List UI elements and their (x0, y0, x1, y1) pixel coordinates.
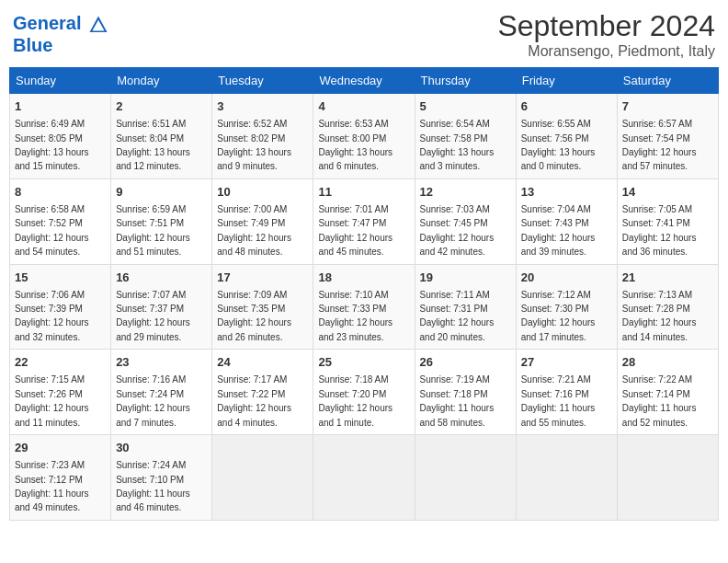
col-friday: Friday (516, 68, 617, 94)
day-number: 5 (420, 98, 511, 115)
day-number: 29 (15, 440, 106, 456)
day-number: 7 (622, 98, 713, 115)
day-detail: Sunrise: 7:00 AMSunset: 7:49 PMDaylight:… (217, 204, 291, 257)
day-detail: Sunrise: 7:12 AMSunset: 7:30 PMDaylight:… (521, 290, 596, 342)
day-detail: Sunrise: 7:10 AMSunset: 7:33 PMDaylight:… (318, 290, 392, 342)
col-tuesday: Tuesday (212, 68, 313, 94)
day-number: 22 (15, 354, 106, 371)
day-number: 9 (116, 184, 207, 201)
day-detail: Sunrise: 7:07 AMSunset: 7:37 PMDaylight:… (116, 290, 190, 342)
table-row: 23Sunrise: 7:16 AMSunset: 7:24 PMDayligh… (111, 350, 212, 435)
day-detail: Sunrise: 7:23 AMSunset: 7:12 PMDaylight:… (15, 460, 89, 512)
table-row: 13Sunrise: 7:04 AMSunset: 7:43 PMDayligh… (516, 178, 617, 264)
col-monday: Monday (111, 68, 212, 94)
col-saturday: Saturday (617, 68, 718, 94)
day-detail: Sunrise: 7:03 AMSunset: 7:45 PMDaylight:… (420, 204, 495, 257)
day-number: 17 (217, 270, 308, 286)
calendar-header-row: Sunday Monday Tuesday Wednesday Thursday… (10, 68, 719, 94)
day-detail: Sunrise: 6:49 AMSunset: 8:05 PMDaylight:… (15, 119, 89, 171)
day-detail: Sunrise: 6:54 AMSunset: 7:58 PMDaylight:… (420, 119, 495, 171)
day-number: 16 (116, 270, 207, 286)
table-row: 10Sunrise: 7:00 AMSunset: 7:49 PMDayligh… (212, 178, 313, 264)
day-number: 6 (521, 98, 612, 115)
day-number: 3 (217, 98, 308, 115)
table-row (313, 435, 415, 521)
day-detail: Sunrise: 7:09 AMSunset: 7:35 PMDaylight:… (217, 290, 291, 342)
day-detail: Sunrise: 7:15 AMSunset: 7:26 PMDaylight:… (15, 374, 89, 427)
col-sunday: Sunday (10, 68, 111, 94)
col-wednesday: Wednesday (313, 68, 415, 94)
day-number: 2 (116, 98, 207, 115)
table-row: 5Sunrise: 6:54 AMSunset: 7:58 PMDaylight… (415, 94, 516, 179)
table-row: 1Sunrise: 6:49 AMSunset: 8:05 PMDaylight… (10, 94, 111, 179)
day-detail: Sunrise: 6:55 AMSunset: 7:56 PMDaylight:… (521, 119, 596, 171)
day-detail: Sunrise: 7:24 AMSunset: 7:10 PMDaylight:… (116, 460, 190, 512)
day-detail: Sunrise: 7:05 AMSunset: 7:41 PMDaylight:… (622, 204, 697, 257)
table-row (617, 435, 718, 521)
table-row: 27Sunrise: 7:21 AMSunset: 7:16 PMDayligh… (516, 350, 617, 435)
calendar-week-row: 15Sunrise: 7:06 AMSunset: 7:39 PMDayligh… (10, 264, 719, 350)
day-detail: Sunrise: 7:18 AMSunset: 7:20 PMDaylight:… (318, 374, 392, 427)
table-row: 30Sunrise: 7:24 AMSunset: 7:10 PMDayligh… (111, 435, 212, 521)
day-detail: Sunrise: 7:13 AMSunset: 7:28 PMDaylight:… (622, 290, 697, 342)
calendar-week-row: 29Sunrise: 7:23 AMSunset: 7:12 PMDayligh… (10, 435, 719, 521)
day-number: 19 (420, 270, 511, 286)
calendar-week-row: 22Sunrise: 7:15 AMSunset: 7:26 PMDayligh… (10, 350, 719, 435)
table-row (516, 435, 617, 521)
day-detail: Sunrise: 7:16 AMSunset: 7:24 PMDaylight:… (116, 374, 190, 427)
table-row: 26Sunrise: 7:19 AMSunset: 7:18 PMDayligh… (415, 350, 516, 435)
table-row: 17Sunrise: 7:09 AMSunset: 7:35 PMDayligh… (212, 264, 313, 350)
day-number: 28 (622, 354, 713, 371)
day-detail: Sunrise: 6:57 AMSunset: 7:54 PMDaylight:… (622, 119, 697, 171)
col-thursday: Thursday (415, 68, 516, 94)
day-number: 27 (521, 354, 612, 371)
day-detail: Sunrise: 7:04 AMSunset: 7:43 PMDaylight:… (521, 204, 596, 257)
day-number: 12 (420, 184, 511, 201)
logo-blue: Blue (13, 35, 108, 56)
day-number: 18 (318, 270, 409, 286)
table-row: 16Sunrise: 7:07 AMSunset: 7:37 PMDayligh… (111, 264, 212, 350)
table-row: 2Sunrise: 6:51 AMSunset: 8:04 PMDaylight… (111, 94, 212, 179)
logo-general: General (13, 13, 81, 33)
table-row: 29Sunrise: 7:23 AMSunset: 7:12 PMDayligh… (10, 435, 111, 521)
table-row: 9Sunrise: 6:59 AMSunset: 7:51 PMDaylight… (111, 178, 212, 264)
day-detail: Sunrise: 7:21 AMSunset: 7:16 PMDaylight:… (521, 374, 596, 427)
table-row: 18Sunrise: 7:10 AMSunset: 7:33 PMDayligh… (313, 264, 415, 350)
table-row: 20Sunrise: 7:12 AMSunset: 7:30 PMDayligh… (516, 264, 617, 350)
table-row: 4Sunrise: 6:53 AMSunset: 8:00 PMDaylight… (313, 94, 415, 179)
day-detail: Sunrise: 6:59 AMSunset: 7:51 PMDaylight:… (116, 204, 190, 257)
table-row (212, 435, 313, 521)
table-row: 12Sunrise: 7:03 AMSunset: 7:45 PMDayligh… (415, 178, 516, 264)
day-detail: Sunrise: 6:52 AMSunset: 8:02 PMDaylight:… (217, 119, 291, 171)
table-row: 14Sunrise: 7:05 AMSunset: 7:41 PMDayligh… (617, 178, 718, 264)
table-row: 22Sunrise: 7:15 AMSunset: 7:26 PMDayligh… (10, 350, 111, 435)
table-row: 24Sunrise: 7:17 AMSunset: 7:22 PMDayligh… (212, 350, 313, 435)
day-number: 26 (420, 354, 511, 371)
day-number: 1 (15, 98, 106, 115)
calendar-title: September 2024 (497, 9, 715, 43)
table-row: 25Sunrise: 7:18 AMSunset: 7:20 PMDayligh… (313, 350, 415, 435)
table-row: 21Sunrise: 7:13 AMSunset: 7:28 PMDayligh… (617, 264, 718, 350)
day-detail: Sunrise: 7:01 AMSunset: 7:47 PMDaylight:… (318, 204, 392, 257)
day-number: 21 (622, 270, 713, 286)
day-number: 14 (622, 184, 713, 201)
day-number: 11 (318, 184, 409, 201)
day-number: 30 (116, 440, 207, 456)
day-number: 25 (318, 354, 409, 371)
day-detail: Sunrise: 7:06 AMSunset: 7:39 PMDaylight:… (15, 290, 89, 342)
day-number: 15 (15, 270, 106, 286)
day-detail: Sunrise: 7:22 AMSunset: 7:14 PMDaylight:… (622, 374, 697, 427)
table-row: 6Sunrise: 6:55 AMSunset: 7:56 PMDaylight… (516, 94, 617, 179)
day-detail: Sunrise: 7:17 AMSunset: 7:22 PMDaylight:… (217, 374, 291, 427)
day-number: 13 (521, 184, 612, 201)
day-number: 4 (318, 98, 409, 115)
table-row: 19Sunrise: 7:11 AMSunset: 7:31 PMDayligh… (415, 264, 516, 350)
table-row: 28Sunrise: 7:22 AMSunset: 7:14 PMDayligh… (617, 350, 718, 435)
page-header: General Blue September 2024 Moransengo, … (9, 9, 719, 60)
day-number: 10 (217, 184, 308, 201)
logo: General Blue (13, 13, 108, 56)
calendar-table: Sunday Monday Tuesday Wednesday Thursday… (9, 67, 719, 521)
day-number: 8 (15, 184, 106, 201)
day-detail: Sunrise: 6:51 AMSunset: 8:04 PMDaylight:… (116, 119, 190, 171)
day-detail: Sunrise: 7:11 AMSunset: 7:31 PMDaylight:… (420, 290, 495, 342)
